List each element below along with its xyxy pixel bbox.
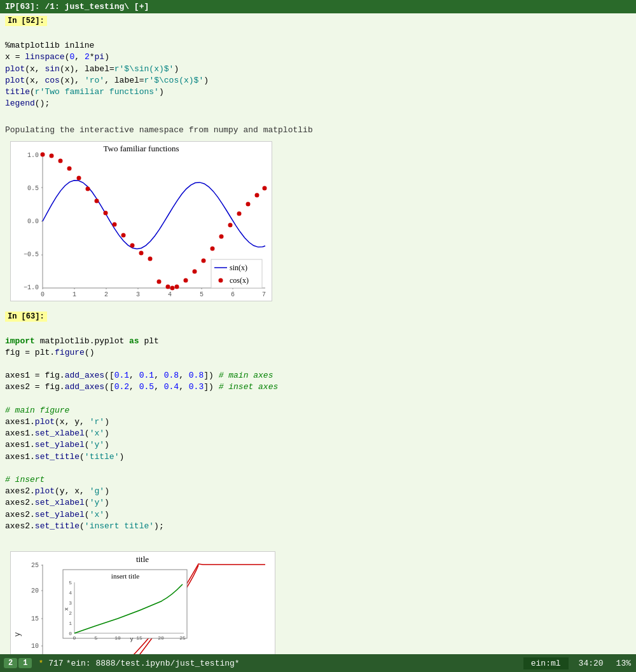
status-mode: ein:ml: [523, 657, 569, 669]
svg-point-52: [246, 202, 251, 206]
svg-point-58: [219, 278, 223, 282]
svg-point-39: [139, 250, 144, 255]
svg-text:0: 0: [73, 635, 76, 641]
notebook: In [52]: %matplotlib inline x = linspace…: [0, 13, 636, 672]
svg-point-33: [86, 186, 90, 191]
status-num-2: 1: [18, 658, 32, 668]
status-cell-numbers: 2 1: [0, 658, 36, 668]
svg-point-35: [104, 210, 108, 215]
svg-point-50: [228, 223, 233, 227]
cell-52-label: In [52]:: [5, 16, 47, 26]
svg-text:title: title: [136, 554, 149, 564]
svg-point-36: [113, 222, 117, 226]
svg-text:1.0: 1.0: [27, 152, 39, 159]
svg-text:Two familiar functions: Two familiar functions: [104, 144, 179, 153]
status-linecount: 717: [46, 659, 66, 668]
svg-text:10: 10: [114, 635, 121, 641]
svg-text:−0.5: −0.5: [24, 251, 39, 258]
svg-point-37: [121, 233, 126, 237]
svg-point-43: [170, 285, 175, 290]
svg-point-38: [130, 243, 135, 247]
svg-text:cos(x): cos(x): [230, 276, 249, 285]
status-position: 34:20: [571, 659, 611, 668]
cell-63: In [63]: import matplotlib.pyplot as plt…: [0, 309, 636, 547]
status-bar: 2 1 * 717 *ein: 8888/test.ipynb/just_tes…: [0, 654, 636, 672]
svg-point-42: [166, 284, 170, 289]
svg-text:2: 2: [104, 291, 108, 298]
plot-1: Two familiar functions 1.0 0.5 0.0 −0.5 …: [10, 141, 272, 301]
svg-text:5: 5: [69, 580, 72, 586]
svg-point-54: [263, 186, 267, 190]
svg-point-53: [255, 193, 259, 197]
svg-point-32: [77, 175, 81, 180]
svg-text:0.0: 0.0: [27, 218, 39, 225]
svg-text:15: 15: [136, 635, 142, 641]
svg-point-31: [67, 166, 72, 170]
svg-point-44: [175, 284, 179, 289]
cell-63-code[interactable]: import matplotlib.pyplot as plt fig = pl…: [5, 324, 631, 544]
svg-text:1: 1: [69, 621, 72, 626]
svg-text:20: 20: [31, 587, 39, 594]
svg-point-40: [148, 256, 153, 261]
svg-text:25: 25: [179, 635, 186, 641]
svg-text:6: 6: [231, 291, 235, 298]
svg-point-47: [202, 258, 206, 263]
svg-text:15: 15: [31, 615, 39, 622]
svg-text:4: 4: [168, 291, 172, 298]
cell-63-label: In [63]:: [5, 312, 47, 322]
svg-text:25: 25: [31, 562, 39, 569]
svg-point-51: [237, 211, 242, 216]
svg-text:sin(x): sin(x): [230, 263, 247, 272]
svg-text:y: y: [13, 632, 22, 636]
title-bar: IP[63]: /1: just_testing\ [+]: [0, 0, 636, 13]
cell-52: In [52]: %matplotlib inline x = linspace…: [0, 13, 636, 124]
svg-text:4: 4: [69, 590, 72, 596]
svg-text:y: y: [130, 636, 134, 643]
svg-text:20: 20: [158, 635, 164, 641]
svg-text:5: 5: [200, 291, 204, 298]
svg-point-46: [193, 269, 197, 273]
status-percent: 13%: [611, 659, 636, 668]
svg-text:10: 10: [31, 643, 39, 650]
svg-point-29: [50, 153, 54, 158]
svg-text:5: 5: [95, 635, 98, 641]
svg-point-48: [211, 246, 215, 250]
svg-text:0: 0: [69, 631, 72, 636]
svg-text:7: 7: [262, 291, 266, 298]
svg-point-45: [184, 278, 188, 282]
title-bar-text: IP[63]: /1: just_testing\ [+]: [5, 2, 149, 11]
svg-text:3: 3: [69, 600, 72, 606]
svg-point-41: [157, 279, 162, 284]
status-num-1: 2: [4, 658, 17, 668]
svg-text:−1.0: −1.0: [24, 284, 39, 291]
svg-text:0: 0: [41, 291, 45, 298]
status-filename: *ein: 8888/test.ipynb/just_testing*: [66, 659, 521, 668]
svg-rect-89: [63, 570, 187, 638]
plot-1-svg: Two familiar functions 1.0 0.5 0.0 −0.5 …: [11, 142, 272, 301]
output-52: Populating the interactive namespace fro…: [0, 124, 636, 136]
status-modified: *: [36, 659, 46, 668]
svg-text:3: 3: [136, 291, 140, 298]
svg-point-34: [95, 198, 99, 203]
svg-point-30: [59, 158, 63, 163]
svg-point-28: [41, 152, 45, 156]
svg-text:0.5: 0.5: [27, 185, 39, 192]
svg-text:insert title: insert title: [111, 572, 139, 580]
svg-point-49: [219, 234, 224, 238]
svg-text:1: 1: [73, 291, 76, 298]
cell-52-code[interactable]: %matplotlib inline x = linspace(0, 2*pi)…: [5, 29, 631, 121]
svg-text:2: 2: [69, 610, 72, 616]
